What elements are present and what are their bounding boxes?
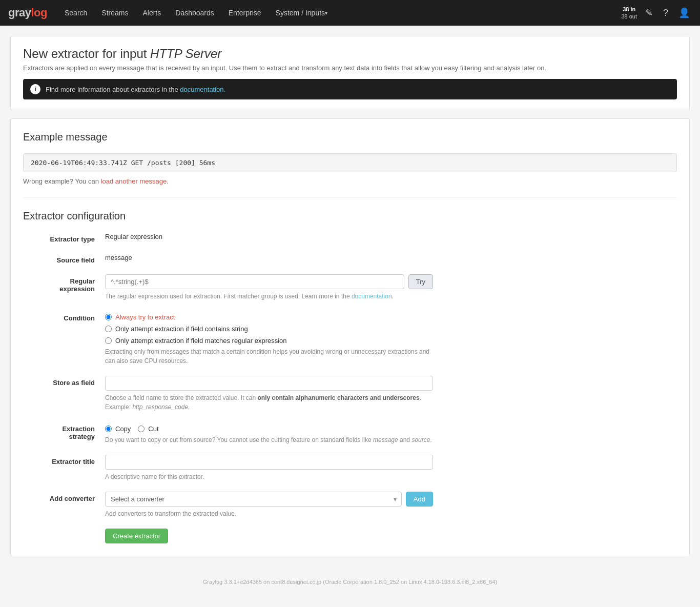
regex-row: Regular expression Try The regular expre… (23, 274, 677, 301)
nav-links: Search Streams Alerts Dashboards Enterpr… (57, 0, 621, 26)
nav-stats-out: 38 out (621, 13, 637, 20)
nav-streams[interactable]: Streams (94, 0, 135, 26)
page-subtitle: Extractors are applied on every message … (23, 64, 677, 72)
converter-add-button[interactable]: Add (406, 492, 433, 507)
create-extractor-button[interactable]: Create extractor (105, 529, 168, 543)
footer-text: Graylog 3.3.1+e2d4365 on cent8.designet.… (203, 579, 498, 585)
extractor-type-value: Regular expression (105, 232, 433, 240)
strategy-cut-label: Cut (148, 425, 158, 433)
strategy-radio-group: Copy Cut (105, 422, 433, 433)
source-field-label: Source field (23, 253, 105, 264)
page-footer: Graylog 3.3.1+e2d4365 on cent8.designet.… (10, 569, 690, 595)
extractor-type-static: Regular expression (105, 230, 162, 240)
example-section-title: Example message (23, 131, 677, 143)
navbar: graylog Search Streams Alerts Dashboards… (0, 0, 700, 26)
edit-icon[interactable]: ✎ (643, 5, 655, 21)
regex-input[interactable] (105, 274, 404, 289)
info-doc-link[interactable]: documentation. (180, 86, 225, 93)
extractor-title-label: Extractor title (23, 455, 105, 466)
info-icon: i (30, 84, 40, 94)
regex-input-group: Try (105, 274, 433, 289)
nav-dashboards[interactable]: Dashboards (168, 0, 221, 26)
brand-log: log (31, 6, 47, 19)
user-icon[interactable]: 👤 (676, 5, 692, 21)
strategy-cut[interactable]: Cut (138, 425, 158, 433)
extractor-config-title: Extractor configuration (23, 210, 677, 222)
condition-always-label: Always try to extract (115, 313, 175, 321)
nav-system-inputs[interactable]: System / Inputs (269, 0, 335, 26)
converter-input-group: Select a converter Add (105, 492, 433, 507)
condition-radio-group: Always try to extract Only attempt extra… (105, 311, 433, 345)
strategy-copy[interactable]: Copy (105, 425, 131, 433)
converter-control: Select a converter Add Add converters to… (105, 492, 433, 518)
converter-help-text: Add converters to transform the extracte… (105, 509, 433, 518)
info-box: i Find more information about extractors… (23, 79, 677, 99)
regex-control-area: Try The regular expression used for extr… (105, 274, 433, 301)
regex-help-text: The regular expression used for extracti… (105, 292, 433, 301)
brand-gray: gray (8, 6, 31, 19)
info-text: Find more information about extractors i… (46, 86, 225, 93)
extractor-form: Extractor type Regular expression Source… (23, 232, 677, 543)
condition-contains[interactable]: Only attempt extraction if field contain… (105, 325, 433, 333)
regex-try-button[interactable]: Try (408, 274, 433, 289)
extractor-title-row: Extractor title A descriptive name for t… (23, 455, 677, 481)
nav-alerts[interactable]: Alerts (135, 0, 168, 26)
strategy-row: Extraction strategy Copy Cut (23, 422, 677, 444)
converter-select[interactable]: Select a converter (105, 492, 402, 507)
converter-label: Add converter (23, 492, 105, 502)
nav-stats: 38 in 38 out (621, 6, 637, 21)
main-card: Example message 2020-06-19T06:49:33.741Z… (10, 118, 690, 556)
condition-label: Condition (23, 311, 105, 322)
nav-search[interactable]: Search (57, 0, 94, 26)
extractor-type-label: Extractor type (23, 232, 105, 243)
condition-help-text: Extracting only from messages that match… (105, 347, 433, 366)
example-message-box: 2020-06-19T06:49:33.741Z GET /posts [200… (23, 153, 677, 172)
converter-row: Add converter Select a converter Add Add… (23, 492, 677, 518)
page-title: New extractor for input HTTP Server (23, 47, 677, 61)
condition-matches-label: Only attempt extraction if field matches… (115, 337, 287, 345)
help-icon[interactable]: ? (661, 6, 670, 21)
source-field-value: message (105, 253, 433, 261)
extractor-type-row: Extractor type Regular expression (23, 232, 677, 243)
nav-enterprise[interactable]: Enterprise (221, 0, 269, 26)
page-title-prefix: New extractor for input (23, 47, 150, 60)
condition-control-area: Always try to extract Only attempt extra… (105, 311, 433, 366)
extractor-title-control: A descriptive name for this extractor. (105, 455, 433, 481)
store-field-control: Choose a field name to store the extract… (105, 376, 433, 412)
source-field-static: message (105, 251, 132, 261)
converter-select-wrapper: Select a converter (105, 492, 402, 507)
brand-logo[interactable]: graylog (8, 6, 47, 19)
nav-right: 38 in 38 out ✎ ? 👤 (621, 5, 692, 21)
strategy-label: Extraction strategy (23, 422, 105, 440)
strategy-copy-label: Copy (115, 425, 131, 433)
condition-contains-label: Only attempt extraction if field contain… (115, 325, 248, 333)
condition-matches[interactable]: Only attempt extraction if field matches… (105, 337, 433, 345)
create-btn-row: Create extractor (23, 529, 677, 543)
store-field-help: Choose a field name to store the extract… (105, 393, 433, 412)
store-field-row: Store as field Choose a field name to st… (23, 376, 677, 412)
extractor-title-input[interactable] (105, 455, 433, 470)
regex-label: Regular expression (23, 274, 105, 293)
divider (23, 197, 677, 198)
extractor-title-help: A descriptive name for this extractor. (105, 472, 433, 481)
load-another-link[interactable]: load another message. (101, 177, 169, 185)
header-card: New extractor for input HTTP Server Extr… (10, 36, 690, 110)
store-field-label: Store as field (23, 376, 105, 387)
condition-always[interactable]: Always try to extract (105, 313, 433, 321)
page-title-italic: HTTP Server (150, 47, 221, 60)
nav-stats-in: 38 in (621, 6, 637, 13)
store-field-input[interactable] (105, 376, 433, 391)
source-field-row: Source field message (23, 253, 677, 264)
condition-row: Condition Always try to extract Only att… (23, 311, 677, 366)
wrong-example-text: Wrong example? You can load another mess… (23, 177, 677, 185)
strategy-help-text: Do you want to copy or cut from source? … (105, 435, 433, 444)
regex-doc-link[interactable]: documentation (352, 293, 392, 300)
strategy-control: Copy Cut Do you want to copy or cut from… (105, 422, 433, 444)
